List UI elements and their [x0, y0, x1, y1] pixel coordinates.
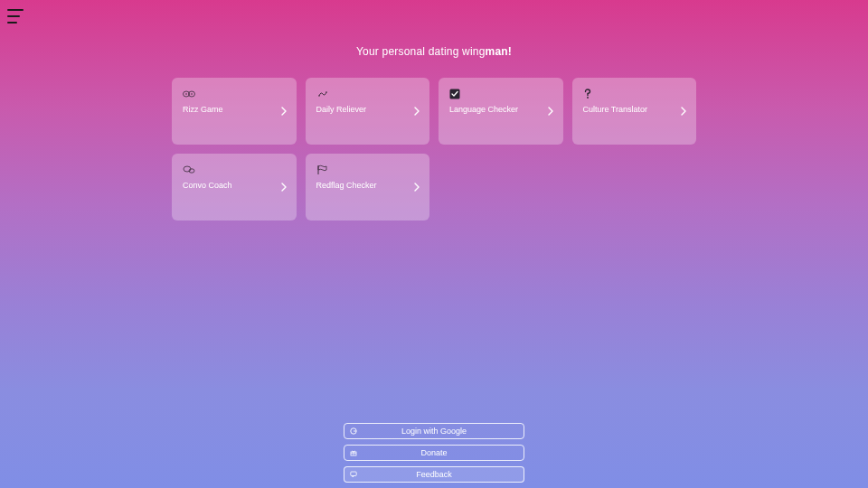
game-icon [183, 89, 288, 99]
svg-point-7 [587, 97, 589, 99]
card-culture-translator[interactable]: Culture Translator [572, 78, 697, 145]
svg-point-4 [318, 95, 320, 97]
feature-grid: Rizz Game Daily Reliever Language Checke… [172, 78, 696, 221]
card-label: Language Checker [449, 104, 554, 115]
card-label: Convo Coach [183, 180, 288, 191]
svg-point-5 [326, 91, 327, 93]
card-label: Culture Translator [583, 104, 688, 115]
chat-icon [350, 471, 357, 478]
card-convo-coach[interactable]: Convo Coach [172, 154, 297, 221]
check-icon [449, 89, 554, 99]
chevron-right-icon [547, 107, 554, 116]
login-google-button[interactable]: Login with Google [344, 423, 524, 439]
card-daily-reliever[interactable]: Daily Reliever [306, 78, 430, 145]
card-language-checker[interactable]: Language Checker [439, 78, 563, 145]
gift-icon [350, 449, 357, 456]
chevron-right-icon [413, 183, 420, 192]
coach-icon [183, 164, 288, 175]
chevron-right-icon [680, 107, 687, 116]
svg-rect-12 [351, 472, 356, 476]
menu-bar [7, 22, 17, 23]
login-label: Login with Google [401, 427, 467, 436]
card-redflag-checker[interactable]: Redflag Checker [306, 154, 430, 221]
menu-bar [7, 9, 24, 11]
svg-point-3 [191, 93, 193, 95]
question-icon [583, 89, 688, 99]
card-rizz-game[interactable]: Rizz Game [172, 78, 297, 145]
tagline-bold: man! [486, 45, 512, 58]
donate-button[interactable]: Donate [344, 445, 524, 461]
chevron-right-icon [280, 183, 288, 192]
card-label: Redflag Checker [316, 180, 421, 191]
chevron-right-icon [413, 107, 420, 116]
donate-label: Donate [420, 448, 447, 457]
feedback-label: Feedback [416, 470, 452, 479]
card-label: Daily Reliever [316, 104, 421, 115]
flag-icon [316, 164, 421, 175]
svg-point-2 [185, 93, 187, 95]
chevron-right-icon [280, 107, 288, 116]
card-label: Rizz Game [183, 104, 288, 115]
menu-button[interactable] [7, 9, 24, 23]
tagline-prefix: Your personal dating wing [356, 45, 486, 58]
menu-bar [7, 15, 20, 17]
tagline: Your personal dating wingman! [0, 0, 868, 58]
footer-actions: Login with Google Donate Feedback [344, 423, 524, 483]
reliever-icon [316, 89, 421, 99]
google-icon [350, 427, 357, 435]
feedback-button[interactable]: Feedback [344, 466, 524, 483]
